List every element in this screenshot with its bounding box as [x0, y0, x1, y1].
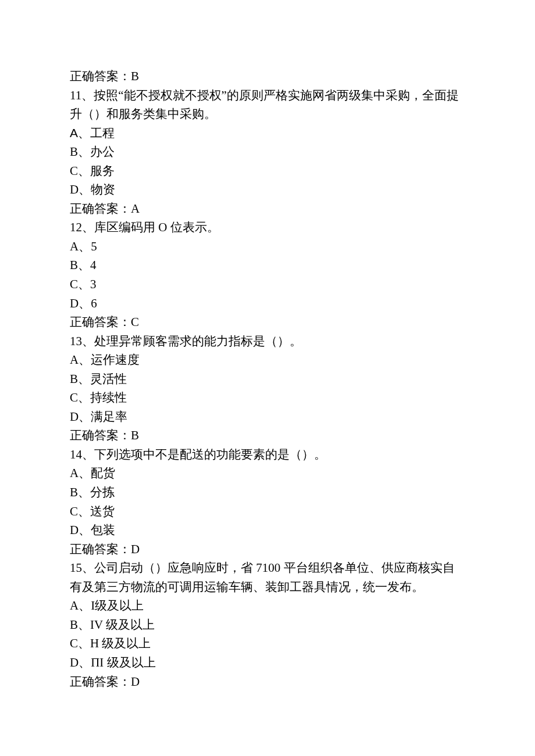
option-label: A — [70, 126, 78, 139]
option-b: B、办公 — [70, 142, 465, 162]
answer-line: 正确答案：B — [70, 67, 465, 86]
option-b: B、4 — [70, 256, 465, 275]
option-b: B、分拣 — [70, 483, 465, 502]
option-b: B、IV 级及以上 — [70, 615, 465, 635]
option-c: C、服务 — [70, 162, 465, 181]
document-page: 正确答案：B 11、按照“能不授权就不授权”的原则严格实施网省两级集中采购，全面… — [0, 0, 535, 737]
option-a: A、运作速度 — [70, 350, 465, 370]
option-a: A、工程 — [70, 124, 465, 143]
option-d: D、包装 — [70, 521, 465, 540]
answer-line: 正确答案：D — [70, 672, 465, 691]
option-a: A、5 — [70, 237, 465, 256]
option-c: C、持续性 — [70, 388, 465, 407]
option-d: D、ΠI 级及以上 — [70, 653, 465, 672]
answer-line: 正确答案：B — [70, 426, 465, 445]
option-c: C、3 — [70, 275, 465, 294]
answer-line: 正确答案：D — [70, 540, 465, 559]
option-d: D、物资 — [70, 180, 465, 199]
option-a: A、配货 — [70, 464, 465, 483]
question-text: 13、处理异常顾客需求的能力指标是（）。 — [70, 332, 465, 351]
option-c: C、送货 — [70, 502, 465, 521]
answer-line: 正确答案：C — [70, 313, 465, 332]
option-d: D、6 — [70, 294, 465, 313]
option-text: 、工程 — [78, 126, 115, 140]
question-text: 11、按照“能不授权就不授权”的原则严格实施网省两级集中采购，全面提升（）和服务… — [70, 86, 465, 124]
answer-line: 正确答案：A — [70, 199, 465, 218]
option-a: A、I级及以上 — [70, 596, 465, 615]
question-text: 15、公司启动（）应急响应时，省 7100 平台组织各单位、供应商核实自有及第三… — [70, 558, 465, 596]
question-text: 12、库区编码用 O 位表示。 — [70, 218, 465, 237]
question-text: 14、下列选项中不是配送的功能要素的是（）。 — [70, 445, 465, 464]
option-c: C、H 级及以上 — [70, 634, 465, 653]
option-d: D、满足率 — [70, 407, 465, 427]
option-b: B、灵活性 — [70, 370, 465, 389]
